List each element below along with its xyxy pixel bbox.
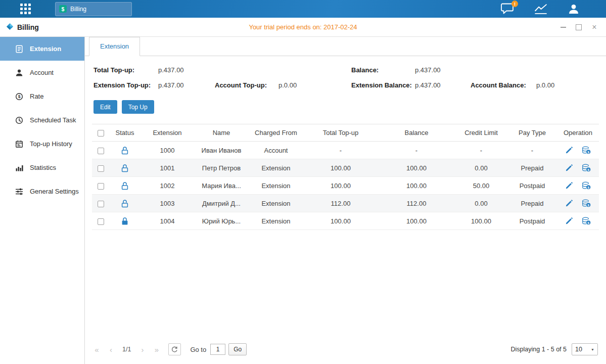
user-icon[interactable]: [568, 3, 580, 15]
cell-total-topup: 100.00: [303, 212, 378, 230]
rate-icon: $: [15, 93, 23, 101]
topup-coins-icon[interactable]: $: [582, 164, 591, 172]
row-checkbox[interactable]: [98, 165, 104, 172]
sidebar-item-general-settings[interactable]: General Settings: [0, 179, 84, 203]
sidebar: Extension Account $ Rate Scheduled Ta: [0, 37, 85, 364]
go-button[interactable]: Go: [228, 343, 247, 355]
balance-label: Balance:: [351, 66, 415, 74]
extension-topup-value: p.437.00: [158, 81, 215, 89]
sidebar-item-label: Statistics: [30, 164, 56, 171]
apps-grid-icon[interactable]: [19, 3, 32, 15]
cell-extension: 1003: [141, 195, 194, 212]
edit-pencil-icon[interactable]: [566, 147, 573, 154]
goto-page-input[interactable]: [210, 344, 225, 355]
account-topup-value: p.0.00: [278, 81, 351, 89]
tab-extension[interactable]: Extension: [89, 37, 140, 56]
cell-pay-type: -: [507, 142, 557, 159]
sidebar-item-rate[interactable]: $ Rate: [0, 84, 84, 108]
select-all-checkbox[interactable]: [98, 130, 104, 136]
window-titlebar: Billing Your trial period ends on: 2017-…: [0, 18, 606, 37]
pagination-right: Displaying 1 - 5 of 5 10 ▼: [511, 343, 598, 355]
account-icon: [15, 69, 23, 77]
close-button[interactable]: ×: [591, 24, 598, 31]
cell-name: Дмитрий Д...: [194, 195, 249, 212]
sidebar-item-account[interactable]: Account: [0, 61, 84, 84]
unlock-icon: [121, 199, 128, 208]
svg-text:$: $: [587, 168, 589, 171]
sidebar-item-label: General Settings: [30, 188, 79, 195]
sidebar-item-scheduled-task[interactable]: Scheduled Task: [0, 108, 84, 132]
sidebar-item-topup-history[interactable]: Top-up History: [0, 132, 84, 156]
action-buttons: Edit Top Up: [85, 89, 606, 114]
account-balance-label: Account Balance:: [471, 81, 536, 89]
minimize-button[interactable]: [560, 24, 567, 31]
table-row: 1000 Иван Иванов Account - - - - $: [92, 142, 599, 159]
taskbar-billing-tab[interactable]: $ Billing: [55, 2, 132, 16]
col-credit-limit: Credit Limit: [455, 124, 507, 142]
bar-chart-icon: [15, 164, 23, 172]
cell-credit-limit: 100.00: [455, 212, 507, 230]
sidebar-item-extension[interactable]: Extension: [0, 37, 84, 61]
edit-pencil-icon[interactable]: [566, 200, 573, 207]
top-up-button[interactable]: Top Up: [122, 100, 154, 114]
sidebar-item-statistics[interactable]: Statistics: [0, 156, 84, 179]
caret-down-icon: ▼: [591, 348, 594, 351]
sidebar-item-label: Rate: [30, 93, 43, 100]
row-checkbox[interactable]: [98, 201, 104, 207]
cell-name: Петр Петров: [194, 159, 249, 177]
svg-text:$: $: [587, 203, 589, 207]
edit-pencil-icon[interactable]: [566, 164, 573, 171]
col-operation: Operation: [557, 124, 599, 142]
row-checkbox[interactable]: [98, 183, 104, 190]
unlock-icon: [121, 164, 128, 172]
svg-text:$: $: [18, 94, 21, 99]
cell-credit-limit: 50.00: [455, 177, 507, 195]
cell-name: Иван Иванов: [194, 142, 249, 159]
topup-coins-icon[interactable]: $: [582, 217, 591, 225]
refresh-button[interactable]: [168, 343, 181, 355]
line-chart-icon[interactable]: [534, 4, 547, 15]
svg-text:$: $: [587, 150, 589, 154]
messages-icon[interactable]: !: [500, 3, 514, 15]
table-row: 1002 Мария Ива... Extension 100.00 100.0…: [92, 177, 599, 195]
page-size-select[interactable]: 10 ▼: [572, 343, 598, 355]
calendar-icon: [15, 140, 23, 148]
cell-name: Мария Ива...: [194, 177, 249, 195]
topup-coins-icon[interactable]: $: [582, 199, 591, 207]
refresh-icon: [171, 346, 178, 353]
cell-credit-limit: -: [455, 142, 507, 159]
first-page-button[interactable]: «: [93, 345, 101, 354]
prev-page-button[interactable]: ‹: [107, 345, 115, 354]
row-checkbox[interactable]: [98, 148, 104, 154]
edit-pencil-icon[interactable]: [566, 217, 573, 224]
pager: « ‹ 1/1 › »: [93, 345, 160, 354]
sidebar-item-label: Top-up History: [30, 140, 72, 148]
cell-pay-type: Postpaid: [507, 212, 557, 230]
main-content: Extension Total Top-up: p.437.00 Balance…: [85, 37, 606, 364]
account-balance-value: p.0.00: [536, 81, 597, 89]
topup-coins-icon[interactable]: $: [582, 146, 591, 154]
clock-icon: [15, 116, 23, 124]
last-page-button[interactable]: »: [153, 345, 160, 354]
unlock-icon: [121, 181, 128, 190]
billing-dollar-icon: $: [59, 5, 67, 13]
col-charged-from: Charged From: [249, 124, 303, 142]
next-page-button[interactable]: ›: [138, 345, 146, 354]
pagination-bar: « ‹ 1/1 › » Go to Go Displaying 1 - 5 of: [85, 338, 606, 361]
cell-total-topup: 112.00: [303, 195, 378, 212]
cell-pay-type: Prepaid: [507, 159, 557, 177]
extension-balance-label: Extension Balance:: [351, 81, 415, 89]
unlock-icon: [121, 146, 128, 155]
cell-balance: 100.00: [378, 212, 455, 230]
maximize-button[interactable]: [575, 24, 582, 31]
billing-app-screen: $ Billing !: [0, 0, 606, 364]
edit-pencil-icon[interactable]: [566, 182, 573, 189]
cell-charged-from: Extension: [249, 212, 303, 230]
goto-label: Go to: [190, 346, 206, 353]
edit-button[interactable]: Edit: [94, 100, 117, 114]
cell-extension: 1001: [141, 159, 194, 177]
topup-coins-icon[interactable]: $: [582, 181, 591, 190]
row-checkbox[interactable]: [98, 218, 104, 225]
cell-credit-limit: 0.00: [455, 159, 507, 177]
cell-credit-limit: 0.00: [455, 195, 507, 212]
